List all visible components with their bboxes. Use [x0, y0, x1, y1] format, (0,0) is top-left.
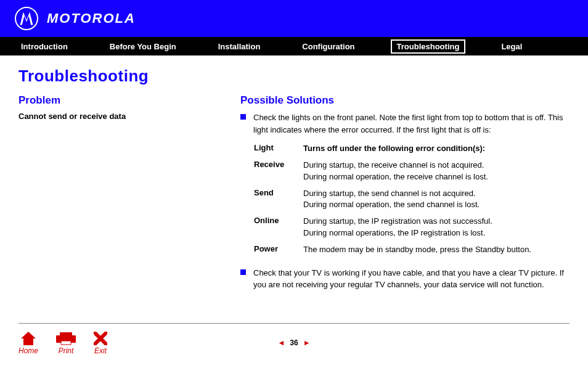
home-button[interactable]: Home: [18, 330, 38, 355]
bullet-icon: [240, 269, 246, 275]
home-label: Home: [18, 346, 38, 355]
next-page-icon[interactable]: ►: [303, 338, 311, 347]
row-cond: During startup, the receive channel is n…: [303, 160, 570, 183]
svg-rect-2: [61, 341, 71, 345]
table-row: Power The modem may be in standby mode, …: [254, 244, 570, 256]
pager: ◄ 36 ►: [277, 338, 310, 347]
light-table: Light Turns off under the following erro…: [254, 143, 570, 256]
nav-introduction[interactable]: Introduction: [15, 39, 74, 54]
table-header: Light Turns off under the following erro…: [254, 143, 570, 155]
motorola-logo-icon: [15, 7, 38, 30]
solution-text-2: Check that your TV is working if you hav…: [253, 267, 570, 291]
exit-label: Exit: [94, 346, 107, 355]
print-icon: [55, 330, 76, 346]
nav-configuration[interactable]: Configuration: [296, 39, 361, 54]
nav-bar: Introduction Before You Begin Installati…: [0, 37, 588, 55]
row-cond: The modem may be in standby mode, press …: [303, 244, 570, 256]
solutions-heading: Possible Solutions: [240, 94, 570, 107]
footer-divider: [18, 323, 570, 324]
logo: MOTOROLA: [15, 7, 136, 30]
nav-before-you-begin[interactable]: Before You Begin: [104, 39, 182, 54]
solution-bullet-2: Check that your TV is working if you hav…: [240, 267, 570, 291]
content: Troubleshooting Problem Cannot send or r…: [0, 55, 588, 305]
row-light: Online: [254, 216, 303, 239]
table-header-light: Light: [254, 143, 303, 155]
header-bar: MOTOROLA: [0, 0, 588, 37]
problem-text: Cannot send or receive data: [18, 112, 216, 121]
solution-bullet-1: Check the lights on the front panel. Not…: [240, 112, 570, 136]
table-row: Online During startup, the IP registrati…: [254, 216, 570, 239]
bullet-icon: [240, 114, 246, 120]
row-light: Receive: [254, 160, 303, 183]
row-light: Power: [254, 244, 303, 256]
table-row: Receive During startup, the receive chan…: [254, 160, 570, 183]
prev-page-icon[interactable]: ◄: [277, 338, 285, 347]
nav-troubleshooting[interactable]: Troubleshooting: [391, 39, 466, 54]
footer: Home Print Exit ◄ 36 ►: [0, 327, 588, 364]
print-label: Print: [59, 346, 74, 355]
home-icon: [20, 330, 37, 346]
problem-heading: Problem: [18, 94, 216, 107]
page-number: 36: [290, 338, 298, 347]
nav-installation[interactable]: Installation: [212, 39, 267, 54]
row-cond: During startup, the IP registration was …: [303, 216, 570, 239]
brand-wordmark: MOTOROLA: [47, 10, 136, 27]
table-row: Send During startup, the send channel is…: [254, 188, 570, 211]
svg-rect-1: [60, 332, 72, 336]
print-button[interactable]: Print: [55, 330, 76, 355]
table-header-cond: Turns off under the following error cond…: [303, 143, 570, 155]
problem-column: Problem Cannot send or receive data: [18, 94, 216, 298]
exit-button[interactable]: Exit: [94, 330, 107, 355]
solutions-column: Possible Solutions Check the lights on t…: [240, 94, 570, 298]
solution-text-1: Check the lights on the front panel. Not…: [253, 112, 570, 136]
row-light: Send: [254, 188, 303, 211]
page-title: Troubleshooting: [18, 67, 570, 86]
exit-icon: [94, 330, 107, 346]
nav-legal[interactable]: Legal: [495, 39, 528, 54]
row-cond: During startup, the send channel is not …: [303, 188, 570, 211]
